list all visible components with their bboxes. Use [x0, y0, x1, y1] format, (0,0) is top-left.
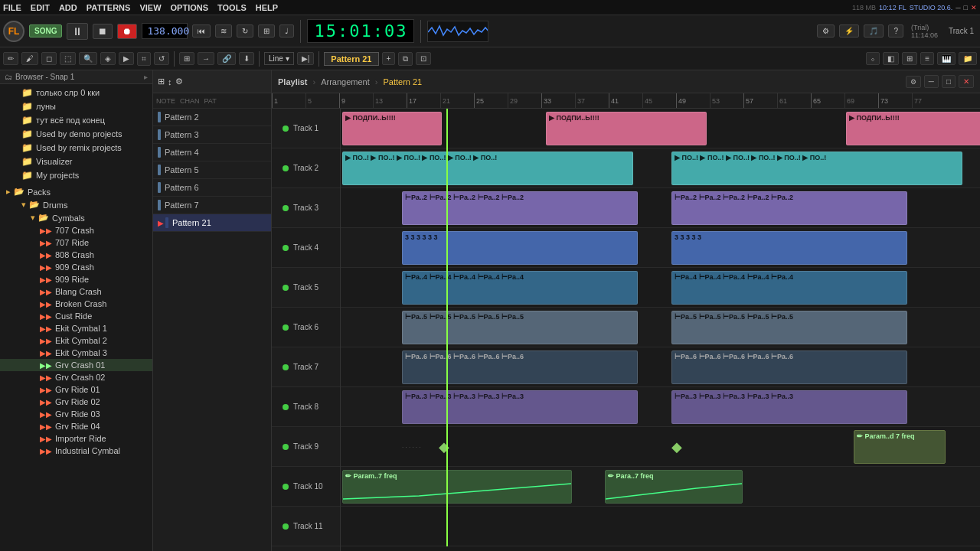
mixer-icon[interactable]: ≋ [215, 24, 232, 37]
sidebar-item-ekit1[interactable]: ▶▶ Ekit Cymbal 1 [0, 322, 152, 334]
pause-button[interactable]: ⏸ [67, 23, 88, 40]
track-row-5[interactable]: ⊢Pa..4 ⊢Pa..4 ⊢Pa..4 ⊢Pa..4 ⊢Pa..4 ⊢Pa..… [341, 268, 980, 308]
track-block-4b[interactable]: 3 3 3 3 3 [671, 231, 907, 265]
sidebar-item-707ride[interactable]: ▶▶ 707 Ride [0, 236, 152, 249]
minimize-icon[interactable]: ─ [956, 4, 960, 11]
track-block-8b[interactable]: ⊢Pa..3 ⊢Pa..3 ⊢Pa..3 ⊢Pa..3 ⊢Pa..3 [671, 390, 907, 424]
sidebar-item-cust[interactable]: ▶▶ Cust Ride [0, 310, 152, 322]
fl-logo[interactable]: FL [3, 21, 24, 42]
channel-rack-btn[interactable]: ⊞ [902, 52, 917, 65]
sidebar-item-ekit2[interactable]: ▶▶ Ekit Cymbal 2 [0, 334, 152, 347]
file-btn2[interactable]: ◧ [883, 52, 899, 65]
paste-pattern-button[interactable]: ⊡ [416, 52, 431, 65]
loop-icon[interactable]: ↻ [237, 24, 253, 37]
grid-snap-button[interactable]: ⊞ [179, 52, 194, 65]
loop-tool[interactable]: ↺ [154, 52, 169, 65]
piano-roll-btn[interactable]: 🎹 [937, 52, 956, 65]
sidebar-item-viz[interactable]: 📁 Visualizer [0, 155, 152, 168]
menu-file[interactable]: FILE [3, 3, 21, 12]
track-row-4[interactable]: 3 3 3 3 3 3 3 3 3 3 3 [341, 228, 980, 268]
sidebar-item-909ride[interactable]: ▶▶ 909 Ride [0, 273, 152, 285]
metronome-icon[interactable]: ♩ [279, 24, 294, 37]
track-block-5a[interactable]: ⊢Pa..4 ⊢Pa..4 ⊢Pa..4 ⊢Pa..4 ⊢Pa..4 [402, 271, 638, 305]
track-row-1[interactable]: ▶ ПОДПИ..Ь!!!! ▶ ПОДПИ..Ь!!!! ▶ ПОДПИ..Ь… [341, 109, 980, 148]
menu-help[interactable]: HELP [256, 3, 278, 12]
track-row-8[interactable]: ⊢Pa..3 ⊢Pa..3 ⊢Pa..3 ⊢Pa..3 ⊢Pa..3 ⊢Pa..… [341, 387, 980, 427]
sidebar-item-grv2[interactable]: ▶▶ Grv Crash 02 [0, 371, 152, 383]
sidebar-item-707crash[interactable]: ▶▶ 707 Crash [0, 224, 152, 236]
sidebar-item-importer[interactable]: ▶▶ Importer Ride [0, 432, 152, 445]
menu-edit[interactable]: EDIT [31, 3, 50, 12]
track-block-4a[interactable]: 3 3 3 3 3 3 [402, 231, 638, 265]
render-button[interactable]: ⬦ [866, 52, 880, 65]
playlist-settings-btn[interactable]: ⚙ [906, 76, 921, 88]
stop-button[interactable]: ⏹ [93, 24, 113, 39]
sidebar-item-remix[interactable]: 📁 Used by remix projects [0, 141, 152, 155]
track-block-8a[interactable]: ⊢Pa..3 ⊢Pa..3 ⊢Pa..3 ⊢Pa..3 ⊢Pa..3 [402, 390, 638, 424]
forward-arrow[interactable]: → [198, 52, 214, 65]
pattern-item-6[interactable]: Pattern 6 [153, 179, 271, 197]
track-block-3a[interactable]: ⊢Pa..2 ⊢Pa..2 ⊢Pa..2 ⊢Pa..2 ⊢Pa..2 [402, 191, 638, 225]
add-pattern-button[interactable]: + [382, 52, 396, 65]
track-block-9c[interactable]: ✏ Param..d 7 freq [854, 430, 946, 464]
sidebar-item-ekit3[interactable]: ▶▶ Ekit Cymbal 3 [0, 347, 152, 359]
copy-pattern-button[interactable]: ⧉ [398, 52, 413, 66]
zoom-tool[interactable]: 🔍 [79, 52, 97, 65]
pattern-item-2[interactable]: Pattern 2 [153, 109, 271, 126]
mixer-btn2[interactable]: ≡ [920, 52, 934, 65]
sidebar-item-packs[interactable]: ▸ 📂 Packs [0, 185, 152, 198]
track-block-1b[interactable]: ▶ ПОДПИ..Ь!!!! [546, 112, 707, 145]
sidebar-item-grvride4[interactable]: ▶▶ Grv Ride 04 [0, 420, 152, 432]
track-block-10a[interactable]: ✏ Param..7 freq [342, 470, 572, 504]
paint-tool[interactable]: 🖌 [21, 52, 38, 65]
pattern-item-3[interactable]: Pattern 3 [153, 126, 271, 144]
track-row-9[interactable]: · · · · · · ◆ ◆ ✏ Param..d 7 freq [341, 427, 980, 467]
pattern-item-21[interactable]: ▶ Pattern 21 [153, 214, 271, 232]
browser-btn[interactable]: 📁 [959, 52, 977, 65]
track-block-5b[interactable]: ⊢Pa..4 ⊢Pa..4 ⊢Pa..4 ⊢Pa..4 ⊢Pa..4 [671, 271, 907, 305]
browser-header[interactable]: 🗂 Browser - Snap 1 ▸ [0, 70, 152, 84]
sidebar-item-grvride1[interactable]: ▶▶ Grv Ride 01 [0, 383, 152, 396]
menu-patterns[interactable]: PATTERNS [87, 3, 131, 12]
sidebar-item-industrial[interactable]: ▶▶ Industrial Cymbal [0, 445, 152, 457]
snap-icon[interactable]: ⊞ [258, 24, 275, 37]
maximize-icon[interactable]: □ [964, 4, 968, 11]
track-row-6[interactable]: ⊢Pa..5 ⊢Pa..5 ⊢Pa..5 ⊢Pa..5 ⊢Pa..5 ⊢Pa..… [341, 308, 980, 347]
play-from-here[interactable]: ▶| [297, 52, 315, 65]
erase-tool[interactable]: ◻ [41, 52, 57, 65]
sidebar-item-tut[interactable]: 📁 тут всё под конец [0, 113, 152, 127]
sidebar-item-blang[interactable]: ▶▶ Blang Crash [0, 285, 152, 298]
plugin-icon[interactable]: ⚡ [839, 24, 859, 37]
browser-expand-icon[interactable]: ▸ [144, 73, 148, 81]
sidebar-item-grv1[interactable]: ▶▶ Grv Crash 01 [0, 359, 152, 371]
rewind-icon[interactable]: ⏮ [192, 24, 211, 37]
link-tool[interactable]: 🔗 [217, 52, 236, 65]
track-row-10[interactable]: ✏ Param..7 freq ✏ Para..7 freq [341, 467, 980, 507]
record-button[interactable]: ⏺ [117, 24, 137, 39]
sidebar-item-cap[interactable]: 📁 только слр 0 кки [0, 86, 152, 99]
midi-icon[interactable]: 🎵 [864, 24, 884, 37]
sidebar-item-broken[interactable]: ▶▶ Broken Crash [0, 298, 152, 310]
play-tool[interactable]: ▶ [119, 52, 134, 65]
settings-icon[interactable]: ⚙ [817, 24, 835, 37]
track-row-7[interactable]: ⊢Pa..6 ⊢Pa..6 ⊢Pa..6 ⊢Pa..6 ⊢Pa..6 ⊢Pa..… [341, 347, 980, 387]
menu-options[interactable]: OPTIONS [171, 3, 209, 12]
track-block-3b[interactable]: ⊢Pa..2 ⊢Pa..2 ⊢Pa..2 ⊢Pa..2 ⊢Pa..2 [671, 191, 907, 225]
track-block-7b[interactable]: ⊢Pa..6 ⊢Pa..6 ⊢Pa..6 ⊢Pa..6 ⊢Pa..6 [671, 350, 907, 384]
draw-tool[interactable]: ✏ [3, 52, 18, 65]
chord-tool[interactable]: ⌗ [137, 52, 151, 66]
track-block-2b[interactable]: ▶ ПО..! ▶ ПО..! ▶ ПО..! ▶ ПО..! ▶ ПО..! … [671, 152, 962, 185]
playlist-minimize-btn[interactable]: ─ [924, 75, 939, 88]
sidebar-item-demo[interactable]: 📁 Used by demo projects [0, 127, 152, 141]
track-row-2[interactable]: ▶ ПО..! ▶ ПО..! ▶ ПО..! ▶ ПО..! ▶ ПО..! … [341, 148, 980, 188]
stamp-tool[interactable]: ⬇ [239, 52, 254, 65]
track-block-1a[interactable]: ▶ ПОДПИ..Ь!!!! [342, 112, 442, 145]
playlist-close-btn[interactable]: ✕ [959, 75, 974, 88]
sidebar-item-myproj[interactable]: 📁 My projects [0, 168, 152, 182]
song-mode-button[interactable]: SONG [29, 24, 62, 37]
sidebar-item-cymbals[interactable]: ▾ 📂 Cymbals [0, 211, 152, 224]
close-icon[interactable]: ✕ [971, 4, 977, 11]
help-icon[interactable]: ? [888, 24, 903, 37]
track-block-2a[interactable]: ▶ ПО..! ▶ ПО..! ▶ ПО..! ▶ ПО..! ▶ ПО..! … [342, 152, 633, 185]
track-row-3[interactable]: ⊢Pa..2 ⊢Pa..2 ⊢Pa..2 ⊢Pa..2 ⊢Pa..2 ⊢Pa..… [341, 188, 980, 228]
